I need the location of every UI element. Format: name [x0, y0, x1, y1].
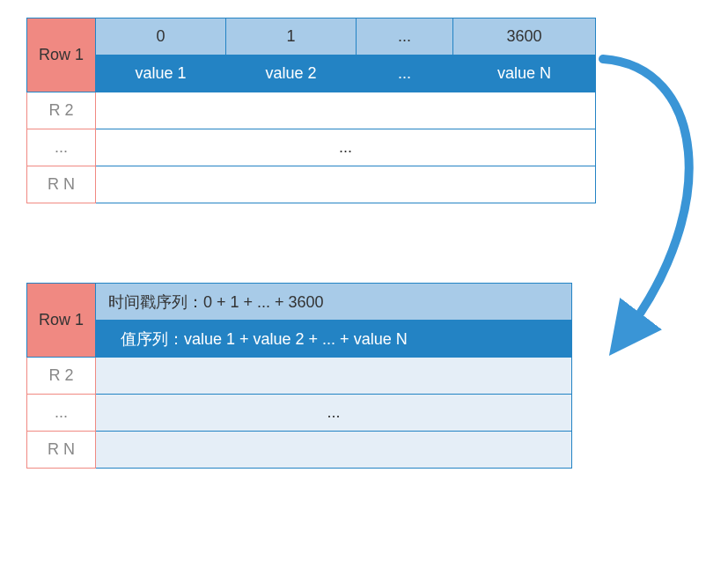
table2-rn-label: R N — [27, 432, 96, 469]
arrow-icon — [590, 48, 728, 365]
table1-row1-header: Row 1 — [27, 18, 96, 92]
diagram-container: Row 1 0 1 ... 3600 value 1 value 2 ... v… — [26, 18, 702, 469]
table1-value-1: value 1 — [96, 55, 226, 92]
table1-value-2: value 2 — [226, 55, 357, 92]
table1-r2-label: R 2 — [27, 92, 96, 129]
target-table: Row 1 时间戳序列：0 + 1 + ... + 3600 值序列：value… — [26, 283, 572, 469]
table1-rn-label: R N — [27, 166, 96, 203]
table1-ellipsis-row-body: ... — [96, 129, 596, 166]
table2-r2-body — [96, 358, 572, 395]
table1-header-ellipsis: ... — [357, 18, 453, 55]
table1-header-3600: 3600 — [453, 18, 596, 55]
table2-value-line: 值序列：value 1 + value 2 + ... + value N — [96, 321, 572, 358]
table2-ellipsis-row-body: ... — [96, 395, 572, 432]
table1-header-0: 0 — [96, 18, 226, 55]
table2-timestamp-line: 时间戳序列：0 + 1 + ... + 3600 — [96, 284, 572, 321]
table1-header-1: 1 — [226, 18, 357, 55]
table2-ellipsis-row-label: ... — [27, 395, 96, 432]
table1-rn-body — [96, 166, 596, 203]
table1-value-n: value N — [453, 55, 596, 92]
table2-r2-label: R 2 — [27, 358, 96, 395]
source-table: Row 1 0 1 ... 3600 value 1 value 2 ... v… — [26, 18, 596, 203]
table2-rn-body — [96, 432, 572, 469]
table2-row1-header: Row 1 — [27, 284, 96, 358]
table1-r2-body — [96, 92, 596, 129]
table1-ellipsis-row-label: ... — [27, 129, 96, 166]
table1-value-ellipsis: ... — [357, 55, 453, 92]
